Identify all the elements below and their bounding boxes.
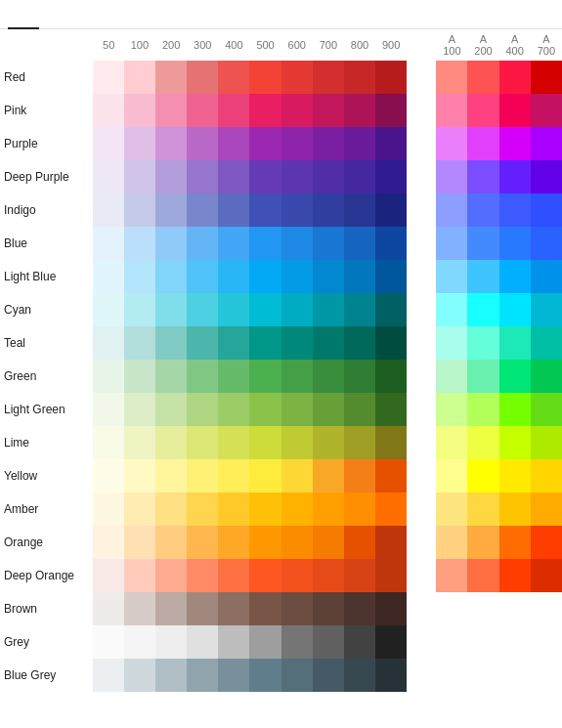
accent-cyan-3[interactable] xyxy=(531,293,562,326)
swatch-orange-50[interactable] xyxy=(93,526,123,559)
swatch-yellow-400[interactable] xyxy=(218,459,249,492)
swatch-green-50[interactable] xyxy=(93,360,123,393)
tab-material-palette[interactable] xyxy=(8,0,39,29)
accent-light-blue-0[interactable] xyxy=(436,260,467,293)
swatch-grey-300[interactable] xyxy=(187,625,218,659)
swatch-grey-50[interactable] xyxy=(93,625,123,659)
swatch-amber-500[interactable] xyxy=(249,492,281,526)
swatch-indigo-300[interactable] xyxy=(187,193,218,227)
swatch-light-blue-500[interactable] xyxy=(249,260,281,293)
swatch-orange-700[interactable] xyxy=(313,526,344,559)
accent-cyan-0[interactable] xyxy=(436,293,467,326)
swatch-deep-orange-50[interactable] xyxy=(93,559,123,592)
swatch-orange-600[interactable] xyxy=(281,526,313,559)
swatch-deep-purple-600[interactable] xyxy=(281,160,313,193)
accent-green-3[interactable] xyxy=(531,360,562,393)
swatch-yellow-500[interactable] xyxy=(249,459,281,492)
accent-teal-1[interactable] xyxy=(467,326,498,360)
swatch-brown-300[interactable] xyxy=(187,592,218,625)
swatch-deep-orange-700[interactable] xyxy=(313,559,344,592)
swatch-brown-100[interactable] xyxy=(124,592,155,625)
swatch-light-blue-50[interactable] xyxy=(93,260,123,293)
swatch-purple-600[interactable] xyxy=(281,127,313,160)
accent-indigo-2[interactable] xyxy=(499,193,531,227)
accent-cyan-1[interactable] xyxy=(467,293,498,326)
swatch-teal-300[interactable] xyxy=(187,326,218,360)
accent-red-0[interactable] xyxy=(436,61,467,94)
swatch-blue-300[interactable] xyxy=(187,227,218,260)
swatch-yellow-50[interactable] xyxy=(93,459,123,492)
accent-light-green-2[interactable] xyxy=(499,393,531,426)
swatch-light-green-300[interactable] xyxy=(187,393,218,426)
swatch-yellow-200[interactable] xyxy=(155,459,187,492)
swatch-indigo-50[interactable] xyxy=(93,193,123,227)
swatch-lime-300[interactable] xyxy=(187,426,218,459)
swatch-blue-grey-500[interactable] xyxy=(249,659,281,692)
swatch-teal-100[interactable] xyxy=(124,326,155,360)
swatch-red-200[interactable] xyxy=(155,61,187,94)
accent-light-blue-3[interactable] xyxy=(531,260,562,293)
accent-lime-3[interactable] xyxy=(531,426,562,459)
swatch-indigo-600[interactable] xyxy=(281,193,313,227)
accent-yellow-1[interactable] xyxy=(467,459,498,492)
swatch-pink-50[interactable] xyxy=(93,94,123,127)
accent-brown-1[interactable] xyxy=(467,592,498,625)
swatch-deep-orange-600[interactable] xyxy=(281,559,313,592)
accent-light-green-3[interactable] xyxy=(531,393,562,426)
swatch-blue-700[interactable] xyxy=(313,227,344,260)
swatch-indigo-200[interactable] xyxy=(155,193,187,227)
swatch-pink-700[interactable] xyxy=(313,94,344,127)
accent-orange-3[interactable] xyxy=(531,526,562,559)
accent-grey-0[interactable] xyxy=(436,625,467,659)
swatch-yellow-600[interactable] xyxy=(281,459,313,492)
accent-light-blue-2[interactable] xyxy=(499,260,531,293)
accent-green-1[interactable] xyxy=(467,360,498,393)
swatch-blue-grey-600[interactable] xyxy=(281,659,313,692)
swatch-purple-800[interactable] xyxy=(344,127,375,160)
swatch-lime-100[interactable] xyxy=(124,426,155,459)
swatch-cyan-400[interactable] xyxy=(218,293,249,326)
swatch-orange-500[interactable] xyxy=(249,526,281,559)
swatch-teal-500[interactable] xyxy=(249,326,281,360)
swatch-purple-50[interactable] xyxy=(93,127,123,160)
swatch-light-green-100[interactable] xyxy=(124,393,155,426)
accent-deep-purple-1[interactable] xyxy=(467,160,498,193)
accent-grey-2[interactable] xyxy=(499,625,531,659)
swatch-deep-purple-700[interactable] xyxy=(313,160,344,193)
accent-purple-1[interactable] xyxy=(467,127,498,160)
swatch-light-green-500[interactable] xyxy=(249,393,281,426)
accent-amber-3[interactable] xyxy=(531,492,562,526)
accent-cyan-2[interactable] xyxy=(499,293,531,326)
swatch-deep-purple-400[interactable] xyxy=(218,160,249,193)
accent-grey-1[interactable] xyxy=(467,625,498,659)
swatch-indigo-700[interactable] xyxy=(313,193,344,227)
swatch-pink-300[interactable] xyxy=(187,94,218,127)
accent-grey-3[interactable] xyxy=(531,625,562,659)
accent-teal-2[interactable] xyxy=(499,326,531,360)
swatch-light-blue-400[interactable] xyxy=(218,260,249,293)
swatch-purple-300[interactable] xyxy=(187,127,218,160)
swatch-purple-700[interactable] xyxy=(313,127,344,160)
swatch-blue-400[interactable] xyxy=(218,227,249,260)
swatch-green-700[interactable] xyxy=(313,360,344,393)
accent-brown-2[interactable] xyxy=(499,592,531,625)
swatch-grey-600[interactable] xyxy=(281,625,313,659)
swatch-brown-600[interactable] xyxy=(281,592,313,625)
swatch-amber-800[interactable] xyxy=(344,492,375,526)
swatch-blue-500[interactable] xyxy=(249,227,281,260)
swatch-deep-purple-800[interactable] xyxy=(344,160,375,193)
swatch-cyan-50[interactable] xyxy=(93,293,123,326)
accent-purple-0[interactable] xyxy=(436,127,467,160)
swatch-deep-purple-100[interactable] xyxy=(124,160,155,193)
swatch-blue-grey-100[interactable] xyxy=(124,659,155,692)
swatch-amber-100[interactable] xyxy=(124,492,155,526)
swatch-amber-600[interactable] xyxy=(281,492,313,526)
swatch-cyan-600[interactable] xyxy=(281,293,313,326)
accent-amber-1[interactable] xyxy=(467,492,498,526)
swatch-cyan-900[interactable] xyxy=(375,293,407,326)
swatch-pink-900[interactable] xyxy=(375,94,407,127)
swatch-deep-orange-200[interactable] xyxy=(155,559,187,592)
swatch-blue-grey-400[interactable] xyxy=(218,659,249,692)
swatch-light-green-600[interactable] xyxy=(281,393,313,426)
swatch-cyan-100[interactable] xyxy=(124,293,155,326)
